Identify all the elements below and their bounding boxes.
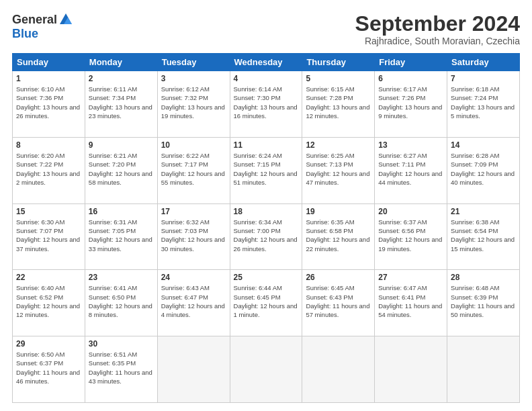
day-info: Daylight: 13 hours and 5 minutes. xyxy=(451,103,516,121)
page: General Blue September 2024 Rajhradice, … xyxy=(0,0,532,411)
table-row: 28Sunrise: 6:48 AMSunset: 6:39 PMDayligh… xyxy=(447,270,520,336)
day-info: Sunrise: 6:50 AM xyxy=(16,350,81,359)
table-row: 10Sunrise: 6:22 AMSunset: 7:17 PMDayligh… xyxy=(157,137,230,203)
day-info: Daylight: 12 hours and 40 minutes. xyxy=(451,169,516,187)
day-number: 11 xyxy=(234,140,299,150)
day-info: Sunrise: 6:31 AM xyxy=(89,218,154,226)
table-row: 4Sunrise: 6:14 AMSunset: 7:30 PMDaylight… xyxy=(230,71,302,138)
day-info: Sunrise: 6:20 AM xyxy=(16,151,81,160)
table-row: 8Sunrise: 6:20 AMSunset: 7:22 PMDaylight… xyxy=(13,137,85,203)
day-info: Sunset: 6:45 PM xyxy=(234,293,299,302)
header-monday: Monday xyxy=(85,54,157,71)
day-info: Sunset: 7:22 PM xyxy=(16,160,81,169)
day-info: Sunset: 7:24 PM xyxy=(451,93,516,102)
day-number: 18 xyxy=(234,207,299,216)
day-info: Daylight: 12 hours and 12 minutes. xyxy=(16,302,81,320)
table-row: 6Sunrise: 6:17 AMSunset: 7:26 PMDaylight… xyxy=(375,71,447,138)
table-row: 27Sunrise: 6:47 AMSunset: 6:41 PMDayligh… xyxy=(375,270,447,336)
day-number: 20 xyxy=(378,207,443,216)
day-info: Sunset: 7:34 PM xyxy=(89,93,154,102)
day-number: 29 xyxy=(16,339,81,349)
day-info: Sunset: 6:35 PM xyxy=(89,359,154,367)
day-info: Sunrise: 6:34 AM xyxy=(234,218,299,226)
day-info: Sunset: 7:11 PM xyxy=(378,160,443,169)
day-info: Sunset: 7:36 PM xyxy=(16,93,81,102)
logo-blue-text: Blue xyxy=(12,27,38,41)
day-number: 16 xyxy=(89,207,154,216)
day-info: Sunrise: 6:11 AM xyxy=(89,85,154,93)
day-info: Daylight: 12 hours and 4 minutes. xyxy=(161,302,226,320)
day-info: Sunset: 6:54 PM xyxy=(451,226,516,235)
day-info: Sunset: 7:26 PM xyxy=(378,93,443,102)
day-number: 26 xyxy=(306,273,371,282)
day-number: 19 xyxy=(306,207,371,216)
day-info: Sunset: 7:30 PM xyxy=(234,93,299,102)
table-row: 1Sunrise: 6:10 AMSunset: 7:36 PMDaylight… xyxy=(13,71,85,138)
day-number: 10 xyxy=(161,140,226,150)
table-row: 12Sunrise: 6:25 AMSunset: 7:13 PMDayligh… xyxy=(302,137,375,203)
header-thursday: Thursday xyxy=(302,54,375,71)
day-info: Daylight: 12 hours and 30 minutes. xyxy=(161,235,226,253)
table-row: 30Sunrise: 6:51 AMSunset: 6:35 PMDayligh… xyxy=(85,336,157,403)
table-row: 29Sunrise: 6:50 AMSunset: 6:37 PMDayligh… xyxy=(13,336,85,403)
table-row: 15Sunrise: 6:30 AMSunset: 7:07 PMDayligh… xyxy=(13,203,85,270)
table-row xyxy=(375,336,447,403)
header-sunday: Sunday xyxy=(13,54,85,71)
weekday-header-row: Sunday Monday Tuesday Wednesday Thursday… xyxy=(13,54,520,71)
day-info: Sunrise: 6:37 AM xyxy=(378,218,443,226)
day-info: Sunrise: 6:44 AM xyxy=(234,283,299,292)
header-wednesday: Wednesday xyxy=(230,54,302,71)
day-info: Sunrise: 6:45 AM xyxy=(306,283,371,292)
day-info: Daylight: 11 hours and 54 minutes. xyxy=(378,302,443,320)
day-info: Daylight: 11 hours and 46 minutes. xyxy=(16,368,81,386)
day-info: Sunset: 7:13 PM xyxy=(306,160,371,169)
calendar-week-row: 15Sunrise: 6:30 AMSunset: 7:07 PMDayligh… xyxy=(13,203,520,270)
header-saturday: Saturday xyxy=(447,54,520,71)
day-info: Sunrise: 6:15 AM xyxy=(306,85,371,93)
table-row: 18Sunrise: 6:34 AMSunset: 7:00 PMDayligh… xyxy=(230,203,302,270)
day-number: 13 xyxy=(378,140,443,150)
header-tuesday: Tuesday xyxy=(157,54,230,71)
day-info: Sunrise: 6:27 AM xyxy=(378,151,443,160)
table-row: 9Sunrise: 6:21 AMSunset: 7:20 PMDaylight… xyxy=(85,137,157,203)
day-number: 28 xyxy=(451,273,516,282)
day-info: Daylight: 13 hours and 16 minutes. xyxy=(234,103,299,121)
day-info: Sunrise: 6:41 AM xyxy=(89,283,154,292)
day-info: Daylight: 12 hours and 44 minutes. xyxy=(378,169,443,187)
day-info: Sunrise: 6:30 AM xyxy=(16,218,81,226)
month-title: September 2024 xyxy=(355,12,520,36)
day-number: 4 xyxy=(234,74,299,83)
subtitle: Rajhradice, South Moravian, Czechia xyxy=(355,36,520,46)
table-row: 3Sunrise: 6:12 AMSunset: 7:32 PMDaylight… xyxy=(157,71,230,138)
day-info: Sunset: 7:00 PM xyxy=(234,226,299,235)
day-info: Sunrise: 6:38 AM xyxy=(451,218,516,226)
table-row: 26Sunrise: 6:45 AMSunset: 6:43 PMDayligh… xyxy=(302,270,375,336)
day-info: Sunrise: 6:25 AM xyxy=(306,151,371,160)
table-row: 16Sunrise: 6:31 AMSunset: 7:05 PMDayligh… xyxy=(85,203,157,270)
day-info: Daylight: 13 hours and 23 minutes. xyxy=(89,103,154,121)
day-number: 24 xyxy=(161,273,226,282)
day-number: 9 xyxy=(89,140,154,150)
table-row: 7Sunrise: 6:18 AMSunset: 7:24 PMDaylight… xyxy=(447,71,520,138)
day-info: Daylight: 12 hours and 19 minutes. xyxy=(378,235,443,253)
day-info: Daylight: 12 hours and 26 minutes. xyxy=(234,235,299,253)
day-number: 1 xyxy=(16,74,81,83)
day-info: Sunrise: 6:47 AM xyxy=(378,283,443,292)
day-info: Sunset: 6:52 PM xyxy=(16,293,81,302)
day-number: 15 xyxy=(16,207,81,216)
day-info: Sunrise: 6:24 AM xyxy=(234,151,299,160)
day-info: Sunset: 7:20 PM xyxy=(89,160,154,169)
calendar-week-row: 22Sunrise: 6:40 AMSunset: 6:52 PMDayligh… xyxy=(13,270,520,336)
calendar-table: Sunday Monday Tuesday Wednesday Thursday… xyxy=(12,53,520,403)
table-row: 13Sunrise: 6:27 AMSunset: 7:11 PMDayligh… xyxy=(375,137,447,203)
table-row: 2Sunrise: 6:11 AMSunset: 7:34 PMDaylight… xyxy=(85,71,157,138)
day-info: Sunset: 6:37 PM xyxy=(16,359,81,367)
day-info: Sunset: 6:58 PM xyxy=(306,226,371,235)
header: General Blue September 2024 Rajhradice, … xyxy=(12,12,520,46)
logo-general-text: General xyxy=(12,13,57,27)
table-row: 22Sunrise: 6:40 AMSunset: 6:52 PMDayligh… xyxy=(13,270,85,336)
table-row xyxy=(230,336,302,403)
day-info: Sunset: 7:05 PM xyxy=(89,226,154,235)
table-row: 23Sunrise: 6:41 AMSunset: 6:50 PMDayligh… xyxy=(85,270,157,336)
day-info: Daylight: 12 hours and 51 minutes. xyxy=(234,169,299,187)
